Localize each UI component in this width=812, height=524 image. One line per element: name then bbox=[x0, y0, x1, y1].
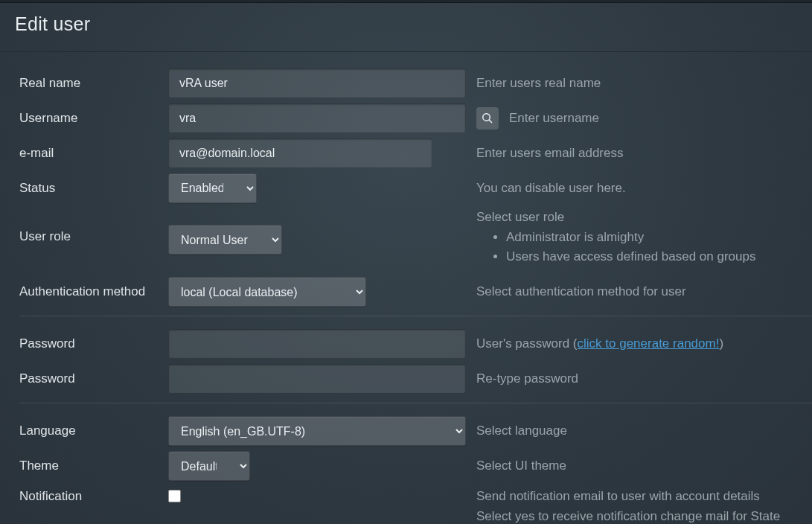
auth-select[interactable]: local (Local database) bbox=[168, 277, 366, 307]
label-auth: Authentication method bbox=[19, 284, 168, 299]
hint-password-confirm: Re-type password bbox=[476, 371, 812, 386]
row-realname: Real name Enter users real name bbox=[19, 66, 812, 100]
hint-role-title: Select user role bbox=[476, 210, 564, 224]
hint-email: Enter users email address bbox=[476, 146, 812, 161]
label-language: Language bbox=[19, 424, 168, 438]
hint-password-suffix: ) bbox=[719, 336, 723, 351]
label-role: User role bbox=[19, 210, 168, 244]
hint-status: You can disable user here. bbox=[476, 181, 812, 196]
label-username: Username bbox=[19, 111, 168, 126]
label-password: Password bbox=[19, 336, 168, 351]
label-theme: Theme bbox=[19, 458, 168, 473]
label-status: Status bbox=[19, 181, 168, 196]
label-realname: Real name bbox=[19, 76, 168, 91]
row-password: Password User's password (click to gener… bbox=[19, 327, 812, 362]
hint-role-item: Users have access defined based on group… bbox=[506, 247, 812, 266]
hint-username-text: Enter username bbox=[509, 111, 599, 126]
row-status: Status Enabled You can disable user here… bbox=[19, 170, 812, 205]
search-icon[interactable] bbox=[476, 107, 499, 130]
hint-theme: Select UI theme bbox=[476, 458, 812, 473]
realname-input[interactable] bbox=[168, 68, 466, 98]
password-confirm-input[interactable] bbox=[168, 364, 466, 394]
label-password-confirm: Password bbox=[19, 371, 168, 386]
hint-language: Select language bbox=[476, 424, 812, 438]
password-input[interactable] bbox=[168, 329, 466, 359]
row-email: e-mail Enter users email address bbox=[19, 135, 812, 170]
hint-realname: Enter users real name bbox=[476, 76, 812, 91]
hint-password: User's password (click to generate rando… bbox=[476, 336, 812, 351]
hint-password-prefix: User's password ( bbox=[476, 336, 578, 351]
row-statenotify: Select yes to receive notification chang… bbox=[19, 509, 812, 524]
divider bbox=[19, 403, 812, 403]
hint-statenotify: Select yes to receive notification chang… bbox=[476, 509, 812, 524]
row-username: Username Enter username bbox=[19, 100, 812, 135]
hint-notification: Send notification email to user with acc… bbox=[476, 489, 812, 504]
page-header: Edit user bbox=[0, 3, 812, 52]
hint-username: Enter username bbox=[476, 107, 812, 130]
notification-checkbox[interactable] bbox=[168, 490, 181, 502]
language-select[interactable]: English (en_GB.UTF-8) bbox=[168, 416, 466, 446]
edit-user-form: Real name Enter users real name Username… bbox=[0, 52, 812, 524]
hint-role-item: Administrator is almighty bbox=[506, 228, 812, 247]
generate-password-link[interactable]: click to generate random! bbox=[578, 336, 720, 351]
username-input[interactable] bbox=[168, 103, 466, 133]
hint-role: Select user role Administrator is almigh… bbox=[476, 210, 812, 267]
row-theme: Theme Default Select UI theme bbox=[19, 449, 812, 484]
status-select[interactable]: Enabled bbox=[168, 173, 257, 203]
row-role: User role Normal User Select user role A… bbox=[19, 205, 812, 267]
row-password-confirm: Password Re-type password bbox=[19, 362, 812, 397]
theme-select[interactable]: Default bbox=[168, 451, 250, 481]
row-auth: Authentication method local (Local datab… bbox=[19, 275, 812, 310]
label-email: e-mail bbox=[19, 146, 168, 161]
page-title: Edit user bbox=[15, 13, 797, 35]
row-language: Language English (en_GB.UTF-8) Select la… bbox=[19, 414, 812, 449]
divider bbox=[19, 316, 812, 316]
email-input[interactable] bbox=[168, 138, 432, 168]
row-notification: Notification Send notification email to … bbox=[19, 484, 812, 509]
hint-auth: Select authentication method for user bbox=[476, 284, 812, 299]
label-notification: Notification bbox=[19, 489, 168, 504]
role-select[interactable]: Normal User bbox=[168, 225, 282, 255]
